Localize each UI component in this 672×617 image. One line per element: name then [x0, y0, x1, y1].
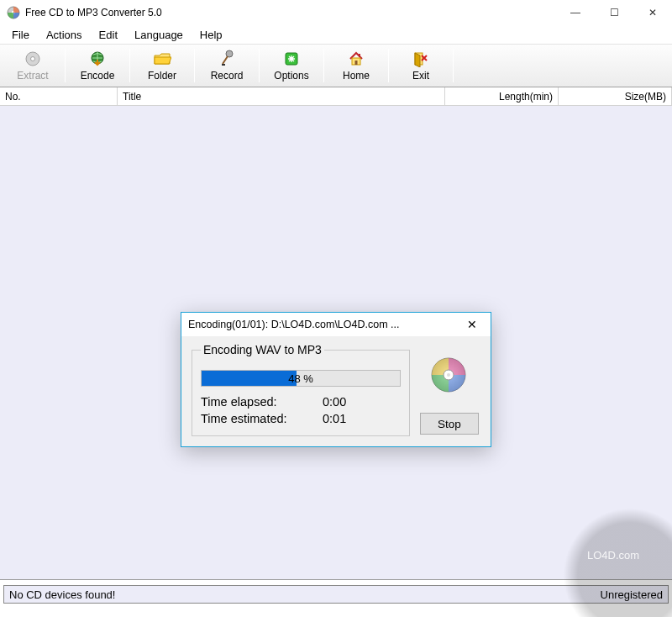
- encoding-group: Encoding WAV to MP3 48 % Time elapsed: 0…: [192, 343, 410, 436]
- app-icon: [7, 6, 20, 19]
- close-button[interactable]: ✕: [633, 0, 672, 24]
- record-label: Record: [211, 70, 244, 82]
- dialog-titlebar[interactable]: Encoding(01/01): D:\LO4D.com\LO4D.com ..…: [181, 313, 491, 336]
- svg-line-6: [223, 56, 228, 64]
- minimize-button[interactable]: —: [556, 0, 595, 24]
- options-label: Options: [274, 70, 308, 82]
- toolbar-separator: [65, 49, 66, 82]
- estimated-label: Time estimated:: [201, 412, 323, 425]
- extract-button: Extract: [2, 45, 64, 86]
- encoding-dialog: Encoding(01/01): D:\LO4D.com\LO4D.com ..…: [181, 312, 491, 447]
- record-button[interactable]: Record: [196, 45, 258, 86]
- home-button[interactable]: Home: [325, 45, 387, 86]
- dialog-close-button[interactable]: ✕: [460, 318, 484, 331]
- maximize-button[interactable]: ☐: [595, 0, 633, 24]
- extract-label: Extract: [17, 70, 48, 82]
- svg-point-3: [31, 57, 35, 61]
- options-button[interactable]: Options: [260, 45, 323, 86]
- menu-file[interactable]: File: [3, 27, 38, 43]
- folder-label: Folder: [148, 70, 176, 82]
- menu-actions[interactable]: Actions: [38, 27, 91, 43]
- encode-button[interactable]: Encode: [66, 45, 129, 86]
- toolbar-separator: [129, 49, 130, 82]
- globe-down-icon: [89, 50, 106, 68]
- column-no[interactable]: No.: [0, 87, 118, 105]
- elapsed-label: Time elapsed:: [201, 395, 323, 409]
- window-title: Free CD to MP3 Converter 5.0: [25, 7, 556, 18]
- exit-icon: [412, 50, 429, 68]
- options-icon: [283, 50, 300, 68]
- folder-icon: [153, 50, 171, 68]
- menubar: File Actions Edit Language Help: [0, 25, 672, 44]
- encoding-group-label: Encoding WAV to MP3: [201, 343, 324, 356]
- menu-language[interactable]: Language: [126, 27, 192, 43]
- estimated-value: 0:01: [323, 412, 346, 425]
- window-controls: — ☐ ✕: [556, 0, 672, 24]
- svg-rect-10: [355, 61, 358, 65]
- elapsed-value: 0:00: [323, 395, 346, 409]
- toolbar-separator: [388, 49, 389, 82]
- list-header: No. Title Length(min) Size(MB): [0, 87, 672, 106]
- menu-edit[interactable]: Edit: [91, 27, 126, 43]
- encode-label: Encode: [81, 70, 115, 82]
- home-label: Home: [343, 70, 370, 82]
- dialog-title: Encoding(01/01): D:\LO4D.com\LO4D.com ..…: [188, 319, 460, 330]
- exit-label: Exit: [412, 70, 429, 82]
- titlebar: Free CD to MP3 Converter 5.0 — ☐ ✕: [0, 0, 672, 25]
- toolbar: Extract Encode Folder Record Options Hom…: [0, 44, 672, 87]
- toolbar-separator: [259, 49, 260, 82]
- status-bar: No CD devices found! Unregistered: [3, 585, 669, 604]
- exit-button[interactable]: Exit: [390, 45, 452, 86]
- toolbar-separator: [194, 49, 195, 82]
- home-icon: [348, 50, 365, 68]
- column-size[interactable]: Size(MB): [559, 87, 672, 105]
- column-title[interactable]: Title: [118, 87, 445, 105]
- menu-help[interactable]: Help: [192, 27, 231, 43]
- column-length[interactable]: Length(min): [445, 87, 559, 105]
- stop-button[interactable]: Stop: [420, 413, 479, 435]
- cd-icon: [24, 50, 41, 68]
- status-right: Unregistered: [601, 588, 663, 601]
- status-left: No CD devices found!: [9, 588, 115, 601]
- toolbar-separator: [453, 49, 454, 82]
- toolbar-separator: [323, 49, 324, 82]
- track-list[interactable]: Encoding(01/01): D:\LO4D.com\LO4D.com ..…: [0, 106, 672, 580]
- progress-text: 48 %: [202, 371, 400, 386]
- progress-bar: 48 %: [201, 370, 401, 387]
- folder-button[interactable]: Folder: [131, 45, 193, 86]
- microphone-icon: [218, 50, 235, 68]
- cd-spin-icon: [430, 356, 467, 393]
- svg-point-15: [447, 373, 450, 377]
- svg-rect-11: [359, 54, 360, 57]
